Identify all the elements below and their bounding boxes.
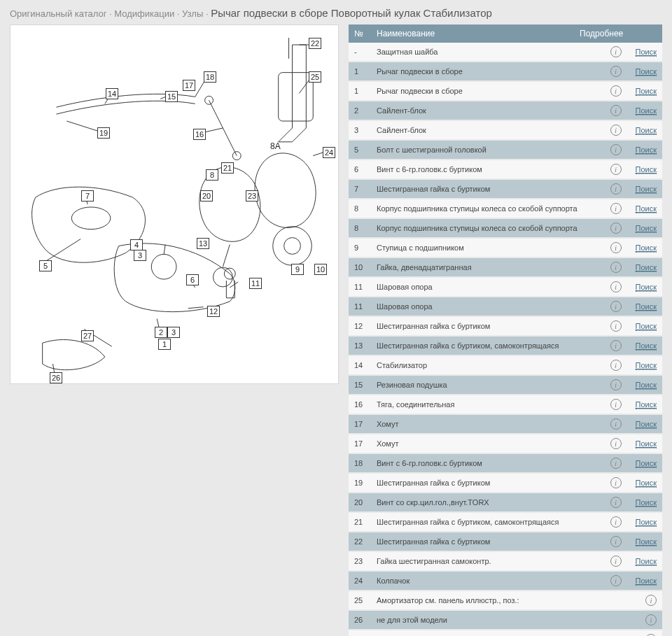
diagram-callout-4[interactable]: 4 — [130, 239, 143, 250]
search-link[interactable]: Поиск — [636, 420, 657, 429]
info-icon[interactable]: i — [610, 222, 622, 234]
search-link[interactable]: Поиск — [636, 322, 657, 331]
diagram-callout-15[interactable]: 15 — [165, 91, 178, 102]
info-icon[interactable]: i — [610, 418, 622, 430]
diagram-callout-19[interactable]: 19 — [97, 127, 110, 139]
search-link[interactable]: Поиск — [636, 146, 657, 155]
cell-actions: iПоиск — [580, 360, 657, 371]
search-link[interactable]: Поиск — [636, 518, 657, 527]
search-link[interactable]: Поиск — [636, 577, 657, 586]
diagram-callout-3[interactable]: 3 — [134, 250, 146, 261]
diagram-callout-13[interactable]: 13 — [197, 238, 209, 249]
diagram-callout-8[interactable]: 8 — [206, 169, 218, 181]
search-link[interactable]: Поиск — [636, 302, 657, 311]
info-icon[interactable]: i — [610, 164, 622, 175]
diagram-callout-27[interactable]: 27 — [81, 330, 94, 341]
table-row: 18Винт с 6-гр.головк.с буртикомiПоиск — [349, 454, 662, 474]
search-link[interactable]: Поиск — [636, 87, 657, 96]
info-icon[interactable]: i — [610, 242, 622, 253]
info-icon[interactable]: i — [645, 614, 657, 626]
diagram-callout-5[interactable]: 5 — [39, 260, 52, 271]
info-icon[interactable]: i — [610, 183, 622, 195]
diagram-callout-18[interactable]: 18 — [204, 71, 216, 83]
table-row: 2Сайлент-блокiПоиск — [349, 101, 662, 121]
info-icon[interactable]: i — [610, 379, 622, 390]
diagram-callout-8A[interactable]: 8A — [270, 141, 281, 151]
diagram-callout-11[interactable]: 11 — [249, 278, 262, 289]
table-row: 3Сайлент-блокiПоиск — [349, 121, 662, 141]
info-icon[interactable]: i — [610, 556, 622, 567]
info-icon[interactable]: i — [610, 144, 622, 155]
svg-line-27 — [188, 307, 204, 309]
info-icon[interactable]: i — [610, 477, 622, 488]
search-link[interactable]: Поиск — [636, 204, 657, 213]
search-link[interactable]: Поиск — [636, 243, 657, 253]
search-link[interactable]: Поиск — [636, 67, 657, 76]
cell-number: 17 — [354, 420, 377, 428]
info-icon[interactable]: i — [610, 340, 622, 351]
info-icon[interactable]: i — [610, 46, 622, 57]
info-icon[interactable]: i — [610, 203, 622, 214]
diagram-callout-2[interactable]: 2 — [155, 327, 167, 338]
info-icon[interactable]: i — [610, 516, 622, 528]
exploded-diagram[interactable]: 2218171415251916248A82172023134356910111… — [15, 29, 334, 379]
cell-actions: iПоиск — [580, 458, 657, 469]
search-link[interactable]: Поиск — [636, 381, 657, 390]
breadcrumb-path[interactable]: Оригинальный каталог · Модификации · Узл… — [10, 8, 203, 19]
search-link[interactable]: Поиск — [636, 263, 657, 272]
search-link[interactable]: Поиск — [636, 185, 657, 194]
info-icon[interactable]: i — [610, 497, 622, 508]
info-icon[interactable]: i — [610, 66, 622, 77]
search-link[interactable]: Поиск — [636, 479, 657, 488]
diagram-callout-14[interactable]: 14 — [106, 88, 118, 99]
info-icon[interactable]: i — [610, 301, 622, 312]
search-link[interactable]: Поиск — [636, 341, 657, 351]
cell-name: Ступица с подшипником — [377, 243, 580, 252]
diagram-callout-21[interactable]: 21 — [221, 162, 234, 174]
search-link[interactable]: Поиск — [636, 439, 657, 448]
diagram-callout-1[interactable]: 1 — [158, 339, 171, 350]
info-icon[interactable]: i — [610, 281, 622, 292]
diagram-callout-6[interactable]: 6 — [186, 274, 199, 285]
cell-name: Амортизатор см. панель иллюстр., поз.: — [377, 596, 580, 605]
info-icon[interactable]: i — [610, 125, 622, 136]
search-link[interactable]: Поиск — [636, 165, 657, 174]
search-link[interactable]: Поиск — [636, 48, 657, 57]
info-icon[interactable]: i — [610, 458, 622, 469]
info-icon[interactable]: i — [610, 320, 622, 332]
diagram-callout-26[interactable]: 26 — [50, 372, 62, 383]
diagram-callout-17[interactable]: 17 — [183, 80, 195, 91]
search-link[interactable]: Поиск — [636, 498, 657, 507]
cell-name: Резиновая подушка — [377, 381, 580, 389]
search-link[interactable]: Поиск — [636, 400, 657, 409]
diagram-callout-23[interactable]: 23 — [246, 190, 258, 202]
info-icon[interactable]: i — [610, 360, 622, 371]
diagram-callout-3[interactable]: 3 — [167, 327, 180, 338]
diagram-callout-9[interactable]: 9 — [291, 264, 304, 275]
info-icon[interactable]: i — [610, 438, 622, 449]
info-icon[interactable]: i — [610, 262, 622, 273]
search-link[interactable]: Поиск — [636, 224, 657, 233]
info-icon[interactable]: i — [610, 399, 622, 410]
info-icon[interactable]: i — [610, 105, 622, 116]
search-link[interactable]: Поиск — [636, 459, 657, 468]
search-link[interactable]: Поиск — [636, 557, 657, 566]
info-icon[interactable]: i — [610, 85, 622, 97]
diagram-callout-24[interactable]: 24 — [323, 147, 335, 158]
diagram-callout-25[interactable]: 25 — [309, 71, 321, 83]
info-icon[interactable]: i — [610, 575, 622, 586]
search-link[interactable]: Поиск — [636, 106, 657, 115]
info-icon[interactable]: i — [610, 536, 622, 547]
diagram-callout-16[interactable]: 16 — [193, 129, 206, 140]
diagram-callout-7[interactable]: 7 — [81, 190, 94, 202]
search-link[interactable]: Поиск — [636, 283, 657, 292]
diagram-callout-22[interactable]: 22 — [309, 38, 321, 49]
search-link[interactable]: Поиск — [636, 126, 657, 135]
info-icon[interactable]: i — [645, 595, 657, 606]
diagram-callout-12[interactable]: 12 — [207, 306, 220, 317]
diagram-callout-20[interactable]: 20 — [200, 190, 213, 202]
search-link[interactable]: Поиск — [636, 537, 657, 546]
diagram-callout-10[interactable]: 10 — [314, 264, 327, 275]
search-link[interactable]: Поиск — [636, 361, 657, 370]
cell-number: 3 — [354, 126, 377, 134]
